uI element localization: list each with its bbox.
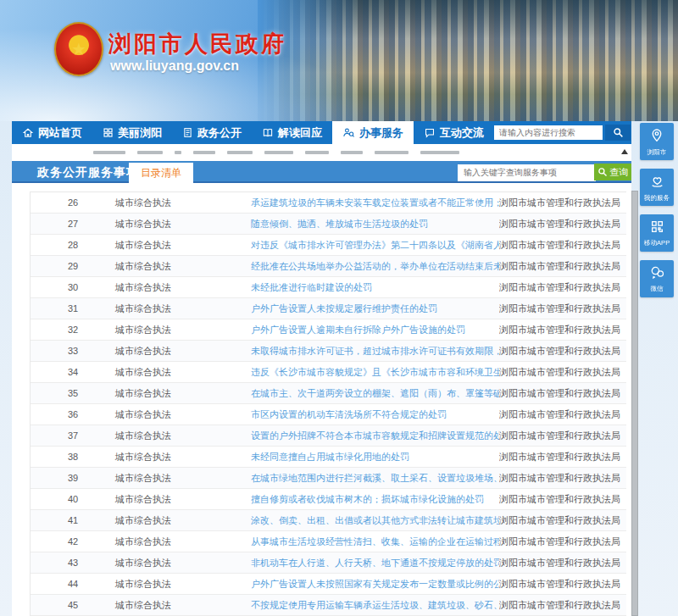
scrollbar-thumb[interactable] bbox=[631, 191, 638, 616]
table-row: 30城市综合执法未经批准进行临时建设的处罚浏阳市城市管理和行政执法局 bbox=[31, 277, 626, 298]
nav-search-input[interactable] bbox=[494, 125, 603, 140]
blurred-link[interactable] bbox=[420, 151, 459, 154]
table-row: 38城市综合执法未经同意擅自占用城市绿化用地的处罚浏阳市城市管理和行政执法局 bbox=[31, 447, 626, 468]
row-number: 31 bbox=[31, 303, 115, 314]
row-category: 城市综合执法 bbox=[115, 281, 251, 294]
site-banner: ★ 浏阳市人民政府 www.liuyang.gov.cn bbox=[0, 0, 678, 121]
table-row: 31城市综合执法户外广告设置人未按规定履行维护责任的处罚浏阳市城市管理和行政执法… bbox=[31, 298, 626, 319]
blurred-link[interactable] bbox=[375, 151, 408, 154]
row-number: 32 bbox=[31, 325, 115, 335]
book-icon bbox=[262, 127, 274, 138]
row-number: 42 bbox=[31, 536, 115, 547]
page: ★ 浏阳市人民政府 www.liuyang.gov.cn 网站首页美丽浏阳政务公… bbox=[0, 0, 678, 616]
nav-item-interact[interactable]: 互动交流 bbox=[414, 121, 494, 144]
row-category: 城市综合执法 bbox=[115, 345, 251, 358]
document-icon bbox=[182, 127, 193, 138]
sidebar-button-label: 浏阳市 bbox=[647, 148, 667, 156]
row-category: 城市综合执法 bbox=[115, 366, 251, 379]
sidebar-button-label: 移动APP bbox=[644, 239, 670, 247]
table-row: 45城市综合执法不按规定使用专用运输车辆承运生活垃圾、建筑垃圾、砂石、预拌商品混… bbox=[31, 595, 626, 616]
home-icon bbox=[22, 127, 34, 139]
row-category: 城市综合执法 bbox=[115, 493, 251, 506]
row-service-link[interactable]: 从事城市生活垃圾经营性清扫、收集、运输的企业在运输过程中沿途丢弃.. bbox=[251, 536, 499, 548]
table-row: 28城市综合执法对违反《城市排水许可管理办法》第二十四条以及《湖南省人民政府关于… bbox=[31, 235, 626, 256]
row-service-link[interactable]: 违反《长沙市城市容貌规定》且《长沙市城市市容和环境卫生管理办法》.. bbox=[251, 366, 499, 379]
table-row: 39城市综合执法在城市绿地范围内进行拦河截溪、取土采石、设置垃圾堆场、排放污水以… bbox=[31, 468, 626, 489]
site-url: www.liuyang.gov.cn bbox=[110, 58, 239, 74]
row-service-link[interactable]: 承运建筑垃圾的车辆未安装车载定位装置或者不能正常使用；未随车携带.. bbox=[251, 197, 499, 209]
row-number: 38 bbox=[31, 452, 115, 462]
nav-item-openness[interactable]: 政务公开 bbox=[172, 121, 252, 144]
row-department: 浏阳市城市管理和行政执法局 bbox=[499, 514, 626, 527]
blurred-link[interactable] bbox=[264, 151, 293, 154]
row-service-link[interactable]: 涂改、倒卖、出租、出借或者以其他方式非法转让城市建筑垃圾处置核准.. bbox=[251, 514, 499, 527]
vertical-scrollbar[interactable] bbox=[631, 191, 638, 616]
row-service-link[interactable]: 在城市主、次干道两旁设立的棚架、遮阳（雨）布、罩篷等破损未及时更.. bbox=[251, 387, 499, 400]
row-department: 浏阳市城市管理和行政执法局 bbox=[499, 578, 626, 591]
row-service-link[interactable]: 擅自修剪或者砍伐城市树木的；损坏城市绿化设施的处罚 bbox=[251, 493, 499, 506]
row-service-link[interactable]: 对违反《城市排水许可管理办法》第二十四条以及《湖南省人民政府关于.. bbox=[251, 239, 499, 252]
row-service-link[interactable]: 户外广告设置人逾期未自行拆除户外广告设施的处罚 bbox=[251, 324, 499, 336]
row-service-link[interactable]: 未经同意擅自占用城市绿化用地的处罚 bbox=[251, 451, 499, 463]
row-number: 36 bbox=[31, 409, 115, 419]
query-button[interactable]: 查询 bbox=[594, 164, 631, 180]
sidebar-button-浏阳市[interactable]: 浏阳市 bbox=[640, 123, 674, 160]
sidebar-button-label: 我的服务 bbox=[644, 194, 670, 202]
row-service-link[interactable]: 设置的户外招牌不符合本市城市容貌规定和招牌设置规范的处罚 bbox=[251, 430, 499, 442]
nav-item-respond[interactable]: 解读回应 bbox=[252, 121, 332, 144]
row-number: 27 bbox=[31, 219, 115, 229]
sidebar-button-微信[interactable]: 微信 bbox=[640, 260, 674, 297]
tab-catalog-list[interactable]: 目录清单 bbox=[129, 163, 193, 183]
person-search-icon bbox=[342, 127, 355, 138]
row-service-link[interactable]: 户外广告设置人未按照国家有关规定发布一定数量或比例的公益广告、户.. bbox=[251, 578, 499, 591]
row-category: 城市综合执法 bbox=[115, 387, 251, 400]
service-search-input[interactable] bbox=[458, 164, 596, 181]
row-service-link[interactable]: 户外广告设置人未按规定履行维护责任的处罚 bbox=[251, 302, 499, 315]
nav-item-label: 美丽浏阳 bbox=[118, 125, 162, 141]
row-category: 城市综合执法 bbox=[115, 557, 251, 569]
row-number: 43 bbox=[31, 558, 115, 568]
blurred-link[interactable] bbox=[193, 151, 215, 154]
table-row: 27城市综合执法随意倾倒、抛洒、堆放城市生活垃圾的处罚浏阳市城市管理和行政执法局 bbox=[31, 214, 626, 235]
row-department: 浏阳市城市管理和行政执法局 bbox=[499, 345, 626, 358]
nav-item-home[interactable]: 网站首页 bbox=[12, 121, 92, 144]
row-category: 城市综合执法 bbox=[115, 472, 251, 485]
row-department: 浏阳市城市管理和行政执法局 bbox=[499, 557, 626, 569]
row-service-link[interactable]: 随意倾倒、抛洒、堆放城市生活垃圾的处罚 bbox=[251, 218, 499, 230]
sidebar-button-移动APP[interactable]: 移动APP bbox=[640, 214, 674, 252]
nav-item-label: 互动交流 bbox=[440, 125, 484, 141]
scroll-up-icon[interactable] bbox=[621, 149, 628, 154]
row-service-link[interactable]: 在城市绿地范围内进行拦河截溪、取土采石、设置垃圾堆场、排放污水以.. bbox=[251, 472, 499, 485]
query-button-label: 查询 bbox=[610, 166, 629, 179]
row-service-link[interactable]: 非机动车在人行道、人行天桥、地下通道不按规定停放的处罚 bbox=[251, 557, 499, 569]
nav-search-button[interactable] bbox=[605, 125, 631, 141]
table-row: 36城市综合执法市区内设置的机动车清洗场所不符合规定的处罚浏阳市城市管理和行政执… bbox=[31, 404, 626, 425]
row-department: 浏阳市城市管理和行政执法局 bbox=[499, 302, 626, 315]
blurred-link[interactable] bbox=[227, 151, 253, 154]
row-category: 城市综合执法 bbox=[115, 536, 251, 548]
heart-service-icon bbox=[649, 174, 665, 192]
table-row: 37城市综合执法设置的户外招牌不符合本市城市容貌规定和招牌设置规范的处罚浏阳市城… bbox=[31, 425, 626, 447]
row-department: 浏阳市城市管理和行政执法局 bbox=[499, 366, 626, 379]
content-panel: 政务公开服务事项名称 目录清单 查询 26城市综合执法承运建筑垃圾的车辆未安装车… bbox=[12, 161, 631, 616]
blurred-link[interactable] bbox=[93, 151, 125, 154]
nav-item-label: 网站首页 bbox=[38, 125, 82, 141]
row-number: 44 bbox=[31, 579, 115, 589]
row-service-link[interactable]: 未经批准进行临时建设的处罚 bbox=[251, 281, 499, 294]
row-service-link[interactable]: 经批准在公共场地举办公益活动的，举办单位在活动结束后未立即清理现.. bbox=[251, 260, 499, 273]
blurred-link[interactable] bbox=[341, 151, 363, 154]
row-number: 33 bbox=[31, 346, 115, 356]
row-service-link[interactable]: 未取得城市排水许可证书，超过城市排水许可证书有效期限，违反城市排.. bbox=[251, 345, 499, 358]
row-department: 浏阳市城市管理和行政执法局 bbox=[499, 218, 626, 230]
main-navbar: 网站首页美丽浏阳政务公开解读回应办事服务互动交流 bbox=[12, 121, 631, 144]
row-service-link[interactable]: 不按规定使用专用运输车辆承运生活垃圾、建筑垃圾、砂石、预拌商品混.. bbox=[251, 599, 499, 612]
row-service-link[interactable]: 市区内设置的机动车清洗场所不符合规定的处罚 bbox=[251, 408, 499, 421]
qr-code-icon bbox=[650, 219, 664, 237]
blurred-link[interactable] bbox=[305, 151, 329, 154]
sidebar-button-我的服务[interactable]: 我的服务 bbox=[640, 169, 674, 206]
blurred-link[interactable] bbox=[137, 151, 163, 154]
blurred-link[interactable] bbox=[175, 151, 181, 154]
site-title: 浏阳市人民政府 bbox=[108, 29, 286, 59]
nav-item-beauty[interactable]: 美丽浏阳 bbox=[92, 121, 172, 144]
nav-item-services[interactable]: 办事服务 bbox=[332, 121, 414, 144]
